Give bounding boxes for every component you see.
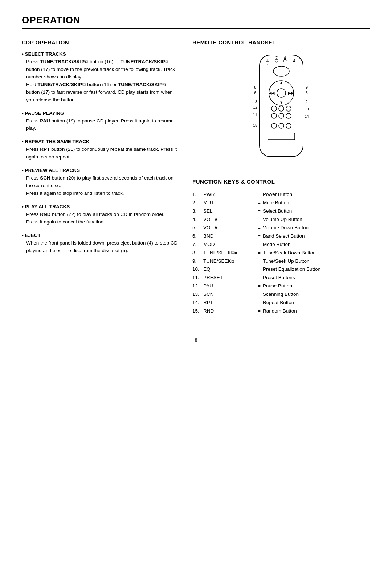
func-key: BND: [203, 232, 258, 241]
func-eq: =: [258, 199, 261, 207]
remote-heading: REMOTE CONTROL HANDSET: [192, 39, 370, 45]
func-desc: Power Button: [263, 190, 292, 199]
bullet-title-eject: EJECT: [22, 233, 178, 238]
bullet-title-repeat-track: REPEAT THE SAME TRACK: [22, 139, 178, 144]
svg-text:12: 12: [253, 105, 257, 109]
func-eq: =: [258, 224, 261, 232]
bullet-select-tracks: SELECT TRACKSPress TUNE/TRACK/SKIP⧉ butt…: [22, 51, 178, 104]
function-item: 7.MOD=Mode Button: [192, 241, 370, 249]
bullet-title-preview-tracks: PREVIEW ALL TRACKS: [22, 168, 178, 173]
func-num: 4.: [192, 216, 203, 224]
func-eq: =: [258, 249, 261, 257]
func-key: SCN: [203, 290, 258, 299]
svg-text:◀◀: ◀◀: [269, 91, 275, 95]
func-key: EQ: [203, 265, 258, 274]
bullet-preview-tracks: PREVIEW ALL TRACKSPress SCN button (20) …: [22, 168, 178, 197]
func-num: 9.: [192, 257, 203, 266]
svg-point-30: [271, 113, 277, 118]
func-key: PRESET: [203, 274, 258, 282]
bullets-container: SELECT TRACKSPress TUNE/TRACK/SKIP⧉ butt…: [22, 51, 178, 255]
page-title: OPERATION: [22, 15, 81, 25]
svg-text:15: 15: [253, 124, 257, 128]
bullet-title-select-tracks: SELECT TRACKS: [22, 51, 178, 57]
func-num: 13.: [192, 290, 203, 299]
func-eq: =: [258, 265, 261, 274]
func-key: MUT: [203, 199, 258, 207]
func-eq: =: [258, 241, 261, 249]
bullet-play-all-tracks: PLAY ALL TRACKSPress RND button (22) to …: [22, 204, 178, 226]
bullet-eject: EJECTWhen the front panel is folded down…: [22, 233, 178, 255]
svg-text:6: 6: [254, 91, 256, 95]
svg-point-9: [273, 66, 289, 76]
right-column: REMOTE CONTROL HANDSET 1 7 4 3: [192, 39, 370, 315]
function-item: 10.EQ=Preset Equalization Button: [192, 265, 370, 274]
func-key: RND: [203, 307, 258, 315]
svg-point-11: [277, 89, 286, 97]
function-item: 11.PRESET=Preset Buttons: [192, 274, 370, 282]
func-num: 6.: [192, 232, 203, 241]
bullet-pause-playing: PAUSE PLAYINGPress PAU button (19) to pa…: [22, 110, 178, 133]
bullet-title-pause-playing: PAUSE PLAYING: [22, 110, 178, 116]
bullet-body-preview-tracks: Press SCN button (20) to play first seve…: [26, 174, 178, 197]
func-key: SEL: [203, 207, 258, 216]
func-num: 15.: [192, 307, 203, 315]
func-num: 2.: [192, 199, 203, 207]
svg-point-34: [279, 123, 284, 128]
bullet-body-play-all-tracks: Press RND button (22) to play all tracks…: [26, 211, 178, 226]
bullet-body-repeat-track: Press RPT button (21) to continuously re…: [26, 146, 178, 161]
func-eq: =: [258, 232, 261, 241]
svg-text:11: 11: [253, 113, 257, 117]
func-eq: =: [258, 274, 261, 282]
svg-point-27: [271, 106, 277, 111]
func-num: 11.: [192, 274, 203, 282]
func-desc: Volume Down Button: [263, 224, 309, 232]
function-item: 2.MUT=Mute Button: [192, 199, 370, 207]
func-desc: Volume Up Button: [263, 216, 302, 224]
bullet-body-pause-playing: Press PAU button (19) to pause CD player…: [26, 117, 178, 133]
page-header: OPERATION: [22, 15, 370, 29]
svg-point-29: [286, 106, 291, 111]
function-list: 1.PWR=Power Button2.MUT=Mute Button3.SEL…: [192, 190, 370, 315]
function-item: 4.VOL ∧=Volume Up Button: [192, 216, 370, 224]
bullet-body-select-tracks: Press TUNE/TRACK/SKIP⧉ button (16) or TU…: [26, 58, 178, 104]
func-num: 10.: [192, 265, 203, 274]
func-key: TUNE/SEEK⧈=: [203, 257, 258, 266]
svg-text:▶▶: ▶▶: [288, 91, 294, 95]
function-item: 3.SEL=Select Button: [192, 207, 370, 216]
svg-text:▼: ▼: [279, 100, 283, 105]
svg-text:8: 8: [254, 85, 256, 89]
cdp-operation-heading: CDP OPERATION: [22, 39, 178, 45]
func-key: PAU: [203, 282, 258, 290]
bullet-title-play-all-tracks: PLAY ALL TRACKS: [22, 204, 178, 209]
function-item: 6.BND=Band Select Button: [192, 232, 370, 241]
page-number: 8: [22, 337, 370, 343]
func-eq: =: [258, 299, 261, 307]
function-item: 9.TUNE/SEEK⧈==Tune/Seek Up Button: [192, 257, 370, 266]
func-key: TUNE/SEEK⧉=: [203, 249, 258, 257]
func-desc: Scanning Button: [263, 290, 299, 299]
svg-text:13: 13: [253, 100, 257, 104]
function-keys-heading: FUNCTION KEYS & CONTROL: [192, 178, 370, 185]
function-item: 12.PAU=Pause Button: [192, 282, 370, 290]
func-num: 7.: [192, 241, 203, 249]
func-num: 12.: [192, 282, 203, 290]
func-desc: Repeat Button: [263, 299, 294, 307]
function-item: 13.SCN=Scanning Button: [192, 290, 370, 299]
func-desc: Mode Button: [263, 241, 291, 249]
func-num: 14.: [192, 299, 203, 307]
func-num: 8.: [192, 249, 203, 257]
func-eq: =: [258, 257, 261, 266]
func-key: VOL ∨: [203, 224, 258, 232]
func-desc: Preset Buttons: [263, 274, 295, 282]
func-desc: Pause Button: [263, 282, 292, 290]
func-eq: =: [258, 207, 261, 216]
svg-text:14: 14: [305, 114, 309, 118]
svg-point-31: [279, 113, 284, 118]
function-item: 14.RPT=Repeat Button: [192, 299, 370, 307]
func-key: PWR: [203, 190, 258, 199]
func-key: MOD: [203, 241, 258, 249]
func-desc: Preset Equalization Button: [263, 265, 320, 274]
bullet-repeat-track: REPEAT THE SAME TRACKPress RPT button (2…: [22, 139, 178, 161]
func-desc: Mute Button: [263, 199, 289, 207]
svg-text:2: 2: [306, 100, 308, 104]
